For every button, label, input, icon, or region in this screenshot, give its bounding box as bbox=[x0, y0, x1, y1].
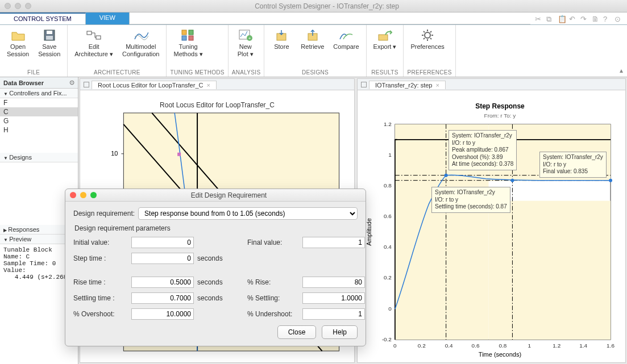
dialog-max-icon[interactable] bbox=[90, 192, 97, 198]
edit-design-requirement-dialog: Edit Design Requirement Design requireme… bbox=[65, 189, 366, 346]
svg-text:1: 1 bbox=[388, 152, 392, 158]
edit-architecture-button[interactable]: Edit Architecture ▾ bbox=[71, 26, 117, 60]
settling-time-input[interactable] bbox=[131, 292, 194, 304]
pct-undershoot-input[interactable] bbox=[302, 308, 365, 320]
svg-rect-6 bbox=[189, 30, 193, 35]
export-button[interactable]: Export ▾ bbox=[370, 26, 400, 53]
svg-line-20 bbox=[423, 31, 425, 32]
rise-time-input[interactable] bbox=[131, 277, 194, 288]
folder-open-icon bbox=[10, 28, 26, 42]
pin-icon[interactable] bbox=[361, 82, 367, 87]
help-button[interactable]: Help bbox=[322, 325, 358, 339]
pct-rise-input[interactable] bbox=[302, 277, 365, 288]
compare-button[interactable]: Compare bbox=[330, 26, 362, 53]
retrieve-button[interactable]: Retrieve bbox=[297, 26, 327, 53]
traffic-close[interactable] bbox=[5, 3, 11, 9]
open-session-button[interactable]: Open Session bbox=[3, 26, 32, 60]
store-icon bbox=[273, 28, 289, 42]
design-requirement-select[interactable]: Step response bound from 0 to 1.05 (seco… bbox=[138, 207, 358, 220]
store-button[interactable]: Store bbox=[268, 26, 295, 53]
close-icon[interactable]: × bbox=[206, 82, 210, 89]
compare-icon bbox=[338, 28, 354, 42]
paste-icon[interactable]: 📋 bbox=[558, 15, 566, 23]
doc-icon[interactable]: 🗎 bbox=[592, 15, 600, 23]
preferences-button[interactable]: Preferences bbox=[407, 26, 447, 53]
dialog-title: Edit Design Requirement bbox=[97, 191, 361, 199]
undo-icon[interactable]: ↶ bbox=[569, 15, 577, 23]
toolstrip-collapse-icon[interactable]: ▴ bbox=[616, 25, 627, 77]
svg-text:-0.2: -0.2 bbox=[382, 336, 392, 342]
datatip-peak: System: IOTransfer_r2yI/O: r to yPeak am… bbox=[449, 130, 517, 170]
datatip-final: System: IOTransfer_r2yI/O: r to yFinal v… bbox=[539, 152, 607, 178]
cut-icon[interactable]: ✂ bbox=[535, 15, 543, 23]
dialog-min-icon[interactable] bbox=[80, 192, 86, 198]
toolstrip: Open Session Save Session FILE Edit Arch… bbox=[0, 25, 627, 77]
help-icon[interactable]: ? bbox=[603, 15, 611, 23]
window-title: Control System Designer - IOTransfer_r2y… bbox=[31, 2, 622, 10]
svg-rect-28 bbox=[177, 153, 181, 156]
save-session-button[interactable]: Save Session bbox=[35, 26, 64, 60]
pct-overshoot-input[interactable] bbox=[131, 308, 194, 320]
copy-icon[interactable]: ⧉ bbox=[546, 15, 554, 23]
new-plot-button[interactable]: + New Plot ▾ bbox=[232, 26, 259, 60]
settling-time-label: Settling time : bbox=[73, 294, 130, 302]
designs-header[interactable]: Designs bbox=[0, 153, 78, 162]
close-icon[interactable]: × bbox=[435, 82, 439, 89]
svg-text:1.6: 1.6 bbox=[607, 342, 614, 349]
step-response-axes[interactable]: Step Response From: r To: y Amplitude Ti… bbox=[358, 90, 625, 362]
pct-settling-input[interactable] bbox=[302, 292, 365, 304]
tab-view[interactable]: VIEW bbox=[86, 12, 130, 24]
svg-text:0.8: 0.8 bbox=[384, 182, 392, 189]
list-item[interactable]: G bbox=[0, 116, 78, 125]
retrieve-icon bbox=[305, 28, 321, 42]
svg-text:1: 1 bbox=[528, 342, 532, 349]
svg-text:0.4: 0.4 bbox=[384, 244, 392, 250]
traffic-max[interactable] bbox=[25, 3, 31, 9]
list-item[interactable]: F bbox=[0, 98, 78, 107]
datatip-settling: System: IOTransfer_r2yI/O: r to ySettlin… bbox=[431, 187, 510, 213]
list-item[interactable]: C bbox=[0, 107, 78, 116]
tuning-icon bbox=[180, 28, 196, 42]
dialog-close-icon[interactable] bbox=[70, 192, 76, 198]
multimodel-config-button[interactable]: Multimodel Configuration bbox=[119, 26, 163, 60]
redo-icon[interactable]: ↷ bbox=[580, 15, 588, 23]
svg-text:1.4: 1.4 bbox=[579, 342, 587, 349]
step-time-label: Step time : bbox=[73, 254, 130, 262]
svg-rect-7 bbox=[182, 36, 186, 40]
svg-point-15 bbox=[425, 32, 430, 38]
svg-rect-3 bbox=[87, 31, 92, 35]
traffic-min[interactable] bbox=[15, 3, 21, 9]
tab-control-system[interactable]: CONTROL SYSTEM bbox=[0, 12, 86, 24]
panel-gear-icon[interactable]: ⊙ bbox=[69, 79, 74, 86]
window-titlebar: Control System Designer - IOTransfer_r2y… bbox=[0, 0, 627, 12]
close-button[interactable]: Close bbox=[277, 325, 317, 339]
step-response-frame: IOTransfer_r2y: step× Step Response From… bbox=[357, 78, 626, 363]
plot-title: Root Locus Editor for LoopTransfer_C bbox=[160, 101, 275, 109]
list-item[interactable]: H bbox=[0, 125, 78, 135]
data-browser-title: Data Browser bbox=[3, 80, 44, 86]
more-icon[interactable]: ⊙ bbox=[614, 15, 622, 23]
svg-line-21 bbox=[430, 38, 431, 39]
tuning-methods-button[interactable]: Tuning Methods ▾ bbox=[170, 26, 206, 60]
dialog-traffic-lights bbox=[70, 192, 97, 198]
quick-access-toolbar: ✂ ⧉ 📋 ↶ ↷ 🗎 ? ⊙ bbox=[530, 12, 627, 24]
svg-text:0.6: 0.6 bbox=[472, 342, 480, 349]
step-time-input[interactable] bbox=[131, 253, 194, 264]
plot-tab-root-locus[interactable]: Root Locus Editor for LoopTransfer_C× bbox=[92, 81, 217, 89]
svg-text:0.2: 0.2 bbox=[418, 342, 426, 349]
svg-rect-2 bbox=[46, 36, 53, 40]
svg-text:10: 10 bbox=[111, 150, 118, 157]
export-icon bbox=[377, 28, 393, 42]
pin-icon[interactable] bbox=[84, 82, 89, 87]
plot-tab-step[interactable]: IOTransfer_r2y: step× bbox=[369, 81, 446, 89]
final-value-label: Final value: bbox=[247, 239, 301, 246]
pct-settling-label: % Settling: bbox=[247, 294, 301, 302]
svg-rect-4 bbox=[96, 36, 101, 39]
svg-rect-5 bbox=[182, 30, 186, 35]
svg-text:1.2: 1.2 bbox=[553, 342, 560, 349]
initial-value-input[interactable] bbox=[131, 237, 194, 248]
svg-rect-1 bbox=[47, 31, 52, 34]
controllers-header[interactable]: Controllers and Fix... bbox=[0, 89, 78, 98]
final-value-input[interactable] bbox=[302, 237, 365, 248]
step-title: Step Response bbox=[475, 102, 525, 110]
